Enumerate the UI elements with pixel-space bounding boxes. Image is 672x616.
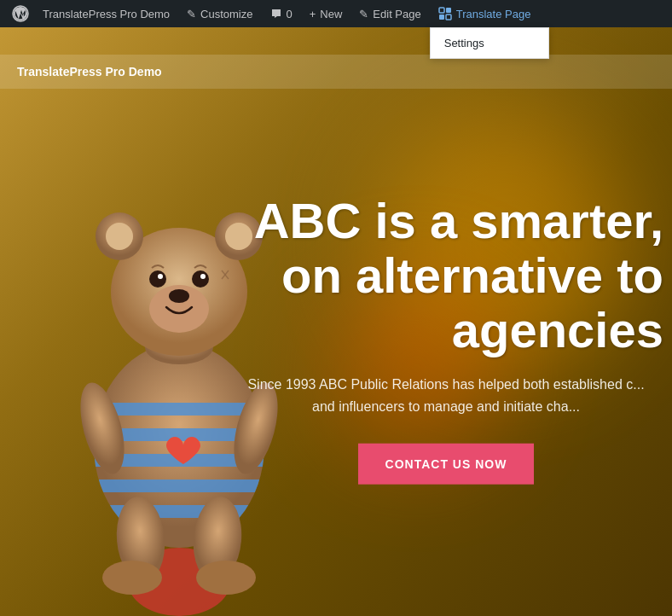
hero-title: ABC is a smarter, on alternative to agen… — [229, 194, 663, 357]
svg-point-28 — [158, 274, 163, 279]
svg-point-17 — [102, 561, 162, 595]
edit-page-label: Edit Page — [373, 8, 420, 20]
translate-page-label: Translate Page — [456, 8, 531, 20]
translate-page-dropdown: Settings — [430, 27, 549, 59]
site-name-label: TranslatePress Pro Demo — [43, 8, 170, 20]
hero-section: TranslatePress Pro Demo — [0, 27, 672, 616]
adminbar-translate-page-container: Translate Page Settings — [430, 0, 540, 27]
edit-icon: ✎ — [359, 8, 368, 20]
svg-point-27 — [192, 270, 209, 288]
hero-subtitle-text: Since 1993 ABC Public Relations has help… — [247, 377, 644, 414]
settings-label: Settings — [444, 37, 484, 49]
cta-button[interactable]: CONTACT US NOW — [358, 443, 535, 484]
admin-bar: TranslatePress Pro Demo ✎ Customize 0 + … — [0, 0, 672, 27]
hero-content: ABC is a smarter, on alternative to agen… — [229, 194, 672, 485]
hero-subtitle: Since 1993 ABC Public Relations has help… — [229, 374, 663, 417]
wp-logo-button[interactable] — [7, 0, 34, 27]
adminbar-edit-page[interactable]: ✎ Edit Page — [350, 0, 429, 27]
translate-icon — [438, 7, 452, 20]
svg-rect-1 — [439, 8, 444, 13]
settings-menu-item[interactable]: Settings — [431, 28, 548, 58]
hero-title-line3: agencies — [452, 301, 663, 357]
adminbar-site-name[interactable]: TranslatePress Pro Demo — [34, 0, 178, 27]
svg-rect-2 — [446, 8, 451, 13]
adminbar-translate-page[interactable]: Translate Page — [430, 0, 540, 27]
plus-icon: + — [310, 8, 316, 20]
svg-point-26 — [149, 270, 166, 288]
new-label: New — [320, 8, 342, 20]
svg-point-30 — [169, 289, 189, 303]
adminbar-new[interactable]: + New — [301, 0, 351, 27]
adminbar-comments[interactable]: 0 — [262, 0, 301, 27]
svg-rect-3 — [439, 15, 444, 20]
svg-point-29 — [200, 274, 206, 279]
svg-rect-4 — [446, 15, 451, 20]
svg-point-22 — [106, 223, 133, 250]
adminbar-customize[interactable]: ✎ Customize — [178, 0, 261, 27]
comment-icon — [270, 8, 282, 20]
hero-title-line2: on alternative to — [281, 247, 663, 303]
pencil-icon: ✎ — [187, 8, 196, 20]
hero-title-line1: ABC is a smarter, — [254, 193, 663, 248]
comments-count: 0 — [287, 8, 293, 20]
customize-label: Customize — [200, 8, 252, 20]
svg-point-18 — [196, 561, 256, 595]
